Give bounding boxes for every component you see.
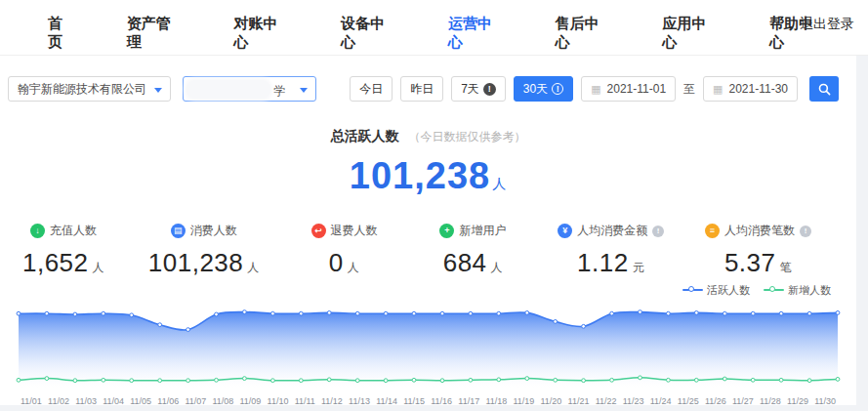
stat-unit: 人: [247, 261, 260, 274]
x-axis-tick-label: 11/03: [75, 396, 97, 406]
quick-range-label: 昨日: [410, 81, 434, 98]
x-axis-tick-label: 11/12: [321, 396, 343, 406]
activity-area-chart[interactable]: 11/0111/0211/0311/0411/0511/0611/0711/08…: [9, 300, 847, 406]
quick-range-label: 30天: [523, 81, 548, 98]
stat-unit: 元: [633, 261, 645, 274]
logout-link[interactable]: 退出登录: [800, 16, 854, 33]
stat-value: 101,238人: [148, 248, 260, 278]
quick-range-button-2[interactable]: 昨日: [400, 76, 443, 102]
stat-value: 0人: [301, 248, 389, 278]
info-icon: !: [483, 83, 496, 96]
quick-range-button-3[interactable]: 7天!: [451, 76, 506, 102]
x-axis-tick-label: 11/24: [650, 396, 672, 406]
campus-select[interactable]: 学: [183, 76, 316, 102]
stats-row: ↓充值人数1,652人▤消费人数101,238人↩退费人数0人+新增用户684人…: [20, 223, 811, 278]
search-icon: [818, 83, 831, 96]
summary-title: 总活跃人数: [331, 128, 399, 144]
campus-select-value: 学: [273, 83, 285, 100]
x-axis-tick-label: 11/04: [103, 396, 124, 406]
stat-unit: 笔: [780, 261, 793, 274]
stat-value: 1,652人: [20, 248, 107, 278]
chevron-down-icon: [154, 88, 162, 97]
total-active-users-value: 101,238人: [0, 155, 856, 197]
x-axis-tick-label: 11/25: [678, 396, 699, 406]
stat-unit: 人: [93, 261, 105, 274]
legend-label: 新增人数: [788, 283, 831, 298]
refund-icon: ↩: [311, 224, 326, 238]
avg-count-icon: ≡: [705, 224, 720, 238]
info-icon: !: [552, 83, 563, 95]
legend-label: 活跃人数: [707, 283, 750, 298]
x-axis-tick-label: 11/14: [376, 396, 397, 406]
chart-x-axis: 11/0111/0211/0311/0411/0511/0611/0711/08…: [21, 396, 836, 406]
stat-unit: 人: [348, 261, 360, 274]
legend-marker-icon: [682, 289, 703, 291]
quick-range-label: 7天: [461, 81, 479, 98]
filter-bar: 翰宇新能源技术有限公司 学 今日昨日7天!30天! ▦ 2021-11-01 至…: [8, 76, 848, 102]
x-axis-tick-label: 11/21: [568, 396, 590, 406]
summary-unit: 人: [492, 176, 507, 191]
x-axis-tick-label: 11/10: [268, 396, 289, 406]
stat-label: 人均消费金额: [577, 223, 647, 239]
quick-range-button-4[interactable]: 30天!: [514, 76, 573, 102]
x-axis-tick-label: 11/08: [212, 396, 233, 406]
stat-label: 充值人数: [50, 223, 97, 239]
x-axis-tick-label: 11/28: [760, 396, 781, 406]
calendar-icon: ▦: [713, 84, 723, 95]
top-nav: 首页资产管理对账中心设备中心运营中心售后中心应用中心帮助中心 退出登录: [0, 0, 868, 56]
legend-marker-icon: [764, 289, 784, 291]
date-from-value: 2021-11-01: [607, 82, 667, 96]
date-filter-group: 今日昨日7天!30天! ▦ 2021-11-01 至 ▦ 2021-11-30: [350, 76, 839, 102]
date-to-value: 2021-11-30: [729, 82, 789, 96]
x-axis-tick-label: 11/19: [513, 396, 534, 406]
stat-label: 消费人数: [190, 223, 237, 239]
stat-card-6: ≡人均消费笔数!5.37笔: [705, 223, 811, 278]
company-select[interactable]: 翰宇新能源技术有限公司: [8, 76, 171, 102]
quick-range-buttons: 今日昨日7天!30天!: [350, 76, 573, 102]
stat-unit: 人: [491, 261, 504, 274]
stat-card-1: ↓充值人数1,652人: [20, 223, 107, 278]
operations-dashboard-card: 翰宇新能源技术有限公司 学 今日昨日7天!30天! ▦ 2021-11-01 至…: [0, 56, 856, 405]
info-icon[interactable]: !: [652, 226, 664, 237]
x-axis-tick-label: 11/30: [814, 396, 836, 406]
redacted-text-overlay: [186, 80, 270, 99]
chart-canvas[interactable]: [9, 300, 847, 390]
info-icon[interactable]: !: [800, 226, 811, 237]
stat-card-4: +新增用户684人: [429, 223, 517, 278]
x-axis-tick-label: 11/11: [295, 396, 315, 406]
x-axis-tick-label: 11/20: [541, 396, 562, 406]
x-axis-tick-label: 11/23: [623, 396, 644, 406]
quick-range-label: 今日: [359, 81, 383, 98]
stat-label: 新增用户: [459, 223, 506, 239]
stat-label: 人均消费笔数: [724, 223, 795, 239]
stat-value: 5.37笔: [705, 248, 811, 278]
quick-range-button-1[interactable]: 今日: [350, 76, 393, 102]
chart-legend: 活跃人数新增人数: [0, 282, 831, 298]
legend-item-1[interactable]: 活跃人数: [682, 282, 750, 298]
calendar-icon: ▦: [591, 84, 600, 95]
chevron-down-icon: [300, 88, 308, 97]
legend-item-2[interactable]: 新增人数: [764, 282, 831, 298]
stat-value: 684人: [429, 248, 517, 278]
new-user-icon: +: [439, 224, 454, 238]
summary-section: 总活跃人数 （今日数据仅供参考） 101,238人: [0, 128, 856, 197]
avg-amount-icon: ¥: [558, 224, 572, 238]
consume-icon: ▤: [171, 224, 186, 238]
x-axis-tick-label: 11/05: [130, 396, 151, 406]
x-axis-tick-label: 11/07: [185, 396, 206, 406]
x-axis-tick-label: 11/18: [485, 396, 507, 406]
company-select-value: 翰宇新能源技术有限公司: [18, 81, 146, 98]
x-axis-tick-label: 11/15: [403, 396, 425, 406]
x-axis-tick-label: 11/27: [732, 396, 754, 406]
x-axis-tick-label: 11/02: [48, 396, 69, 406]
nav-items: 首页资产管理对账中心设备中心运营中心售后中心应用中心帮助中心: [0, 0, 868, 62]
x-axis-tick-label: 11/22: [596, 396, 617, 406]
x-axis-tick-label: 11/01: [21, 396, 42, 406]
date-to-input[interactable]: ▦ 2021-11-30: [703, 76, 798, 102]
date-from-input[interactable]: ▦ 2021-11-01: [581, 76, 676, 102]
recharge-icon: ↓: [30, 224, 45, 238]
x-axis-tick-label: 11/26: [705, 396, 726, 406]
search-button[interactable]: [809, 76, 839, 102]
x-axis-tick-label: 11/17: [458, 396, 479, 406]
stat-value: 1.12元: [558, 248, 664, 278]
